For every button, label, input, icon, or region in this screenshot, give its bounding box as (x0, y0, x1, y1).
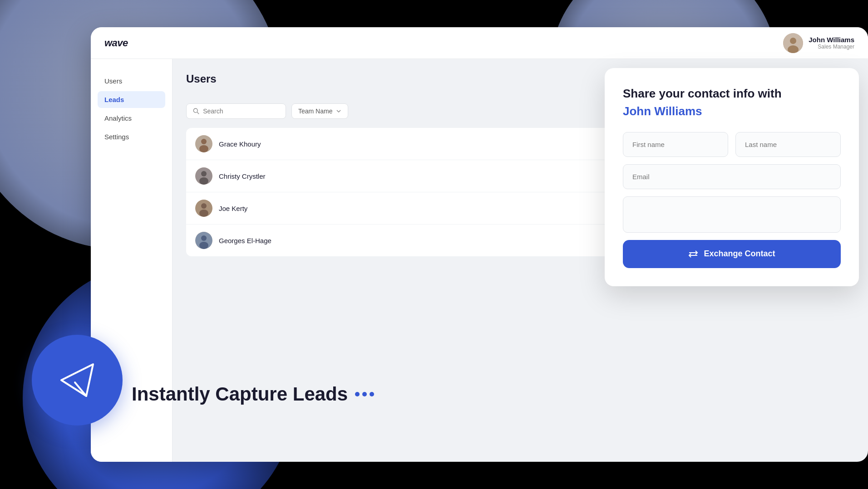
first-name-input[interactable] (623, 132, 728, 157)
user-name-label: Georges El-Hage (219, 237, 271, 244)
modal-contact-name: John Williams (623, 104, 841, 118)
svg-point-7 (199, 145, 208, 152)
marketing-headline: Instantly Capture Leads (132, 383, 374, 405)
email-input[interactable] (623, 164, 841, 189)
logo: wave (104, 37, 128, 49)
user-name-label: Grace Khoury (219, 140, 261, 148)
exchange-contact-button[interactable]: Exchange Contact (623, 240, 841, 268)
svg-point-16 (199, 242, 208, 249)
navbar: wave John Williams Sales Manager (91, 27, 868, 59)
svg-point-3 (193, 108, 197, 112)
svg-point-6 (201, 139, 207, 144)
svg-point-1 (790, 38, 796, 44)
user-name-label: Christy Crystler (219, 172, 266, 180)
exchange-icon (688, 249, 698, 259)
icon-circle (32, 335, 123, 425)
search-box[interactable] (186, 103, 286, 119)
page-title: Users (186, 73, 217, 85)
svg-line-4 (197, 112, 199, 114)
contact-modal: Share your contact info with John Willia… (605, 68, 859, 286)
user-name-label: Joe Kerty (219, 205, 247, 212)
search-icon (193, 108, 199, 115)
last-name-input[interactable] (735, 132, 841, 157)
sidebar-item-settings[interactable]: Settings (98, 128, 165, 145)
marketing-section: Instantly Capture Leads (132, 383, 374, 405)
svg-point-9 (201, 171, 207, 176)
modal-title-line1: Share your contact info with (623, 86, 841, 102)
dots-decoration (355, 392, 374, 396)
svg-marker-17 (61, 364, 93, 396)
svg-point-10 (199, 177, 208, 185)
search-input[interactable] (203, 108, 279, 115)
avatar (783, 33, 803, 53)
extra-field[interactable] (623, 196, 841, 233)
svg-point-15 (201, 235, 207, 241)
avatar (195, 167, 212, 185)
user-name: John Williams (809, 36, 854, 44)
sidebar-item-analytics[interactable]: Analytics (98, 110, 165, 127)
team-dropdown[interactable]: Team Name (291, 103, 348, 119)
avatar (195, 135, 212, 152)
sidebar-item-leads[interactable]: Leads (98, 91, 165, 108)
avatar-image (783, 33, 803, 53)
user-details: John Williams Sales Manager (809, 36, 854, 50)
avatar (195, 232, 212, 249)
send-icon (57, 360, 98, 401)
sidebar-item-users[interactable]: Users (98, 73, 165, 89)
user-info: John Williams Sales Manager (783, 33, 854, 53)
user-role: Sales Manager (809, 44, 854, 50)
svg-point-13 (199, 210, 208, 217)
chevron-down-icon (336, 108, 341, 114)
avatar (195, 200, 212, 217)
svg-point-12 (201, 203, 207, 209)
name-fields-row (623, 132, 841, 157)
